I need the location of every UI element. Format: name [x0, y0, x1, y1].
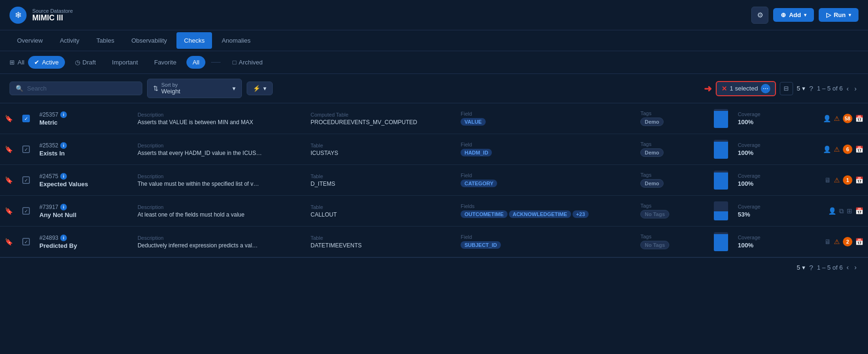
- calendar-icon[interactable]: 📅: [855, 145, 863, 153]
- active-filter-pill[interactable]: ✔ Active: [28, 56, 65, 69]
- bookmark-icon[interactable]: 🔖: [5, 207, 13, 215]
- table-value: PROCEDUREEVENTS_MV_COMPUTED: [311, 119, 451, 126]
- check-id: #73917 i: [39, 204, 128, 210]
- description-label: Description: [138, 173, 301, 179]
- draft-filter-pill[interactable]: ◷ Draft: [69, 56, 102, 69]
- field-cell: Fields OUTCOMETIMEACKNOWLEDGETIME+23: [456, 196, 636, 227]
- row-checkbox[interactable]: ✓: [22, 238, 30, 245]
- run-button[interactable]: ▷ Run ▾: [819, 8, 859, 22]
- coverage-value: 100%: [738, 242, 789, 249]
- search-box: 🔍: [9, 82, 142, 95]
- user-icon[interactable]: 👤: [823, 115, 831, 122]
- archived-filter-pill[interactable]: □ Archived: [226, 56, 268, 69]
- coverage-bar-fill: [714, 211, 728, 220]
- user-icon[interactable]: 👤: [828, 207, 836, 215]
- coverage-bar-cell: [709, 196, 733, 227]
- tab-activity[interactable]: Activity: [52, 32, 87, 49]
- brand-text: Source Datastore MIMIC III: [32, 8, 73, 22]
- bookmark-icon[interactable]: 🔖: [5, 176, 13, 184]
- brand-logo: ❄: [9, 7, 27, 24]
- favorite-filter-pill[interactable]: Favorite: [148, 56, 183, 69]
- check-name: Metric: [39, 119, 128, 126]
- source-label: Source Datastore: [32, 8, 73, 14]
- row-checkbox[interactable]: ✓: [22, 207, 30, 215]
- id-name-cell: #25352 i Exists In: [35, 134, 133, 165]
- tab-observability[interactable]: Observability: [124, 32, 175, 49]
- filter-button[interactable]: ⚡ ▾: [247, 82, 273, 95]
- check-id: #24575 i: [39, 173, 128, 180]
- calendar-icon[interactable]: 📅: [855, 115, 863, 122]
- more-actions-button[interactable]: ⋯: [761, 84, 770, 93]
- info-icon[interactable]: i: [60, 111, 67, 118]
- info-icon[interactable]: i: [60, 173, 67, 180]
- info-icon[interactable]: i: [60, 235, 67, 241]
- tag-badge: No Tags: [640, 210, 669, 218]
- search-input[interactable]: [27, 85, 136, 92]
- bottom-next-page-button[interactable]: ›: [852, 263, 859, 272]
- add-button[interactable]: ⊕ Add ▾: [773, 8, 813, 22]
- coverage-label: Coverage: [738, 142, 789, 148]
- row-checkbox[interactable]: ✓: [22, 145, 30, 153]
- tab-overview[interactable]: Overview: [9, 32, 50, 49]
- chevron-down-icon: ▾: [263, 85, 267, 92]
- bottom-help-button[interactable]: ?: [809, 263, 813, 272]
- table-value: DATETIMEEVENTS: [311, 242, 451, 249]
- help-button[interactable]: ?: [809, 84, 813, 92]
- action-icons: 🖥 ⚠ 1 📅: [799, 175, 863, 185]
- next-page-button[interactable]: ›: [852, 84, 859, 93]
- row-checkbox[interactable]: ✓: [22, 176, 30, 184]
- info-icon[interactable]: i: [60, 204, 67, 210]
- coverage-label: Coverage: [738, 235, 789, 240]
- bottom-page-size-button[interactable]: 5 ▾: [797, 264, 805, 271]
- badge: 58: [843, 114, 852, 123]
- important-filter-pill[interactable]: Important: [106, 56, 144, 69]
- chevron-down-icon: ▾: [802, 85, 805, 92]
- table-cell: Table CALLOUT: [306, 196, 456, 227]
- checks-table-container: 🔖 ✓ #25357 i Metric Description Asserts …: [0, 103, 868, 257]
- settings-button[interactable]: ⚙: [751, 7, 768, 24]
- calendar-icon[interactable]: 📅: [855, 238, 863, 245]
- bookmark-icon[interactable]: 🔖: [5, 115, 13, 122]
- all-favorite-filter-pill[interactable]: All: [186, 56, 205, 69]
- copy-icon[interactable]: ⧉: [839, 207, 844, 215]
- bookmark-cell: 🔖: [0, 227, 18, 257]
- check-cell: ✓: [18, 227, 35, 257]
- table-row: 🔖 ✓ #25352 i Exists In Description Asser…: [0, 134, 868, 165]
- coverage-value: 53%: [738, 211, 789, 218]
- coverage-bar-fill: [714, 142, 728, 159]
- tags-label: Tags: [640, 110, 704, 116]
- page-size-button[interactable]: 5 ▾: [797, 85, 805, 92]
- bookmark-icon[interactable]: 🔖: [5, 238, 13, 245]
- table-label: Computed Table: [311, 112, 451, 118]
- user-icon[interactable]: 👤: [823, 145, 831, 153]
- monitor-icon[interactable]: 🖥: [824, 238, 831, 245]
- description-value: Asserts that every HADM_ID value in the …: [138, 150, 301, 156]
- table-icon[interactable]: ⊞: [847, 207, 852, 215]
- table-label: Table: [311, 173, 451, 179]
- coverage-bar-cell: [709, 103, 733, 134]
- tab-checks[interactable]: Checks: [176, 32, 212, 49]
- calendar-icon[interactable]: 📅: [855, 176, 863, 184]
- description-label: Description: [138, 235, 301, 241]
- column-toggle-button[interactable]: ⊟: [780, 82, 793, 95]
- row-checkbox[interactable]: ✓: [22, 115, 30, 122]
- table-row: 🔖 ✓ #73917 i Any Not Null Description At…: [0, 196, 868, 227]
- info-icon[interactable]: i: [60, 142, 67, 149]
- action-icons: 👤 ⚠ 6 📅: [799, 145, 863, 154]
- bottom-prev-page-button[interactable]: ‹: [845, 263, 851, 272]
- tab-anomalies[interactable]: Anomalies: [214, 32, 258, 49]
- clear-selection-button[interactable]: ✕: [721, 85, 727, 92]
- monitor-icon[interactable]: 🖥: [824, 176, 831, 184]
- top-header: ❄ Source Datastore MIMIC III ⚙ ⊕ Add ▾ ▷…: [0, 0, 868, 30]
- description-value: At least one of the fields must hold a v…: [138, 211, 301, 218]
- bookmark-icon[interactable]: 🔖: [5, 145, 13, 153]
- sort-button[interactable]: ⇅ Sort by Weight ▾: [147, 79, 242, 98]
- calendar-icon[interactable]: 📅: [855, 207, 863, 215]
- all-filter-btn[interactable]: ⊞ All: [9, 59, 24, 66]
- check-icon: ✔: [34, 59, 39, 66]
- prev-page-button[interactable]: ‹: [845, 84, 851, 93]
- field-label: Field: [461, 234, 631, 240]
- filter-icon: ⚡: [253, 85, 260, 92]
- tab-tables[interactable]: Tables: [89, 32, 122, 49]
- tags-values: Demo: [640, 118, 704, 127]
